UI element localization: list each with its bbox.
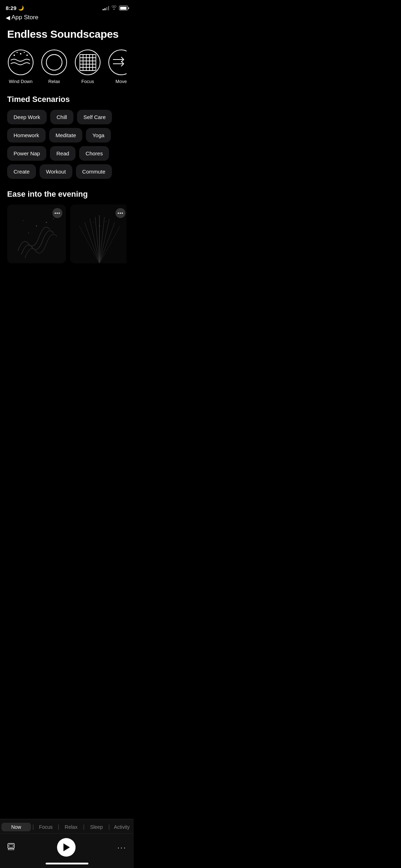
battery-icon <box>119 6 128 10</box>
scenarios-grid: Deep WorkChillSelf CareHomeworkMeditateY… <box>7 110 127 179</box>
soundscape-move[interactable]: Move <box>108 49 127 84</box>
card-2-options-button[interactable]: ••• <box>115 208 125 218</box>
scenario-homework[interactable]: Homework <box>7 128 46 143</box>
scenario-power-nap[interactable]: Power Nap <box>7 146 46 161</box>
soundscape-relax[interactable]: Relax <box>41 49 68 84</box>
soundscape-move-label: Move <box>115 79 127 84</box>
scenario-create[interactable]: Create <box>7 164 36 179</box>
app-store-back-nav[interactable]: ◀ App Store <box>0 13 134 25</box>
svg-point-31 <box>46 222 47 223</box>
svg-point-32 <box>53 218 54 219</box>
svg-point-45 <box>93 222 94 223</box>
scenario-yoga[interactable]: Yoga <box>86 128 111 143</box>
timed-scenarios-title: Timed Scenarios <box>7 95 127 104</box>
scenario-commute[interactable]: Commute <box>76 164 112 179</box>
scenario-read[interactable]: Read <box>50 146 76 161</box>
soundscape-relax-label: Relax <box>48 79 60 84</box>
soundscape-move-icon <box>108 49 127 76</box>
scenario-chill[interactable]: Chill <box>50 110 73 124</box>
wifi-icon <box>111 5 117 11</box>
evening-title: Ease into the evening <box>7 190 127 199</box>
main-content: Endless Soundscapes Wind Down Relax <box>0 25 134 270</box>
soundscape-wind-down[interactable]: Wind Down <box>7 49 34 84</box>
soundscape-wind-down-icon <box>7 49 34 76</box>
svg-point-5 <box>24 52 25 53</box>
svg-point-46 <box>106 221 106 222</box>
app-store-label: App Store <box>11 14 38 21</box>
svg-point-4 <box>17 52 18 53</box>
evening-card-1[interactable]: ••• <box>7 205 66 263</box>
evening-cards: ••• ••• <box>7 205 127 263</box>
page-title: Endless Soundscapes <box>7 28 127 40</box>
scenario-self-care[interactable]: Self Care <box>77 110 112 124</box>
soundscape-focus[interactable]: Focus <box>74 49 101 84</box>
svg-point-30 <box>28 233 29 233</box>
svg-point-33 <box>23 220 24 221</box>
svg-point-6 <box>42 50 67 75</box>
svg-point-9 <box>75 50 100 75</box>
card-1-options-button[interactable]: ••• <box>52 208 62 218</box>
evening-card-2[interactable]: ••• <box>70 205 127 263</box>
soundscapes-row: Wind Down Relax <box>7 49 127 84</box>
svg-point-29 <box>36 226 37 227</box>
soundscape-relax-icon <box>41 49 68 76</box>
status-time: 8:29 <box>6 5 16 11</box>
svg-point-44 <box>99 226 100 227</box>
signal-icon <box>103 6 109 10</box>
scenario-chores[interactable]: Chores <box>79 146 109 161</box>
soundscape-focus-label: Focus <box>81 79 94 84</box>
soundscape-wind-down-label: Wind Down <box>9 79 32 84</box>
status-left: 8:29 🌙 <box>6 5 24 11</box>
soundscape-focus-icon <box>74 49 101 76</box>
svg-point-1 <box>14 55 15 56</box>
back-arrow-icon: ◀ <box>6 14 10 21</box>
svg-point-2 <box>20 53 21 55</box>
scenario-meditate[interactable]: Meditate <box>49 128 83 143</box>
moon-icon: 🌙 <box>18 5 24 11</box>
scenario-deep-work[interactable]: Deep Work <box>7 110 47 124</box>
svg-point-22 <box>109 50 127 75</box>
status-right <box>103 5 128 11</box>
status-bar: 8:29 🌙 <box>0 0 134 13</box>
svg-point-8 <box>43 51 65 73</box>
scenario-workout[interactable]: Workout <box>40 164 72 179</box>
svg-point-3 <box>26 55 28 56</box>
